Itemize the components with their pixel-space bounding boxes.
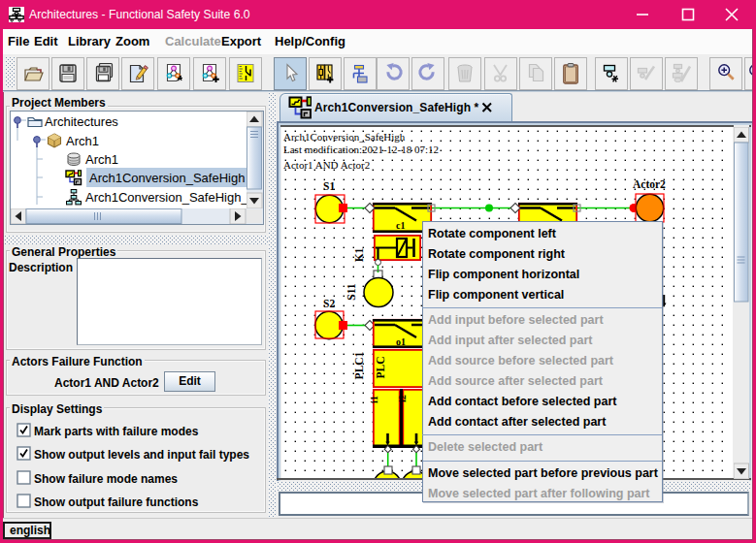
svg-text:i1: i1 [369, 396, 379, 403]
svg-text:K1: K1 [353, 247, 365, 262]
svg-text:S11: S11 [345, 283, 357, 301]
svg-text:Actor2: Actor2 [633, 178, 666, 190]
svg-text:o1: o1 [396, 336, 406, 347]
svg-text:PLC1: PLC1 [353, 351, 365, 379]
svg-text:S1: S1 [323, 180, 335, 192]
svg-text:i2: i2 [397, 395, 408, 402]
svg-text:Actor1 AND Actor2: Actor1 AND Actor2 [283, 159, 370, 171]
svg-text:PLC: PLC [375, 357, 386, 379]
svg-text:c1: c1 [396, 220, 405, 231]
svg-text:S2: S2 [323, 298, 335, 309]
svg-text:Arch1: Arch1 [66, 134, 99, 148]
svg-text:Arch1Conversion_SafeHigh_: Arch1Conversion_SafeHigh_ [85, 190, 247, 205]
svg-text:Last modification:2021-12-18 0: Last modification:2021-12-18 07:12 [283, 144, 439, 155]
svg-text:Arch1: Arch1 [85, 152, 118, 167]
svg-text:Architectures: Architectures [45, 114, 118, 129]
svg-text:Arch1Conversion_SafeHigh: Arch1Conversion_SafeHigh [89, 171, 245, 185]
svg-text:Arch1Conversion_SafeHigh: Arch1Conversion_SafeHigh [283, 131, 406, 143]
